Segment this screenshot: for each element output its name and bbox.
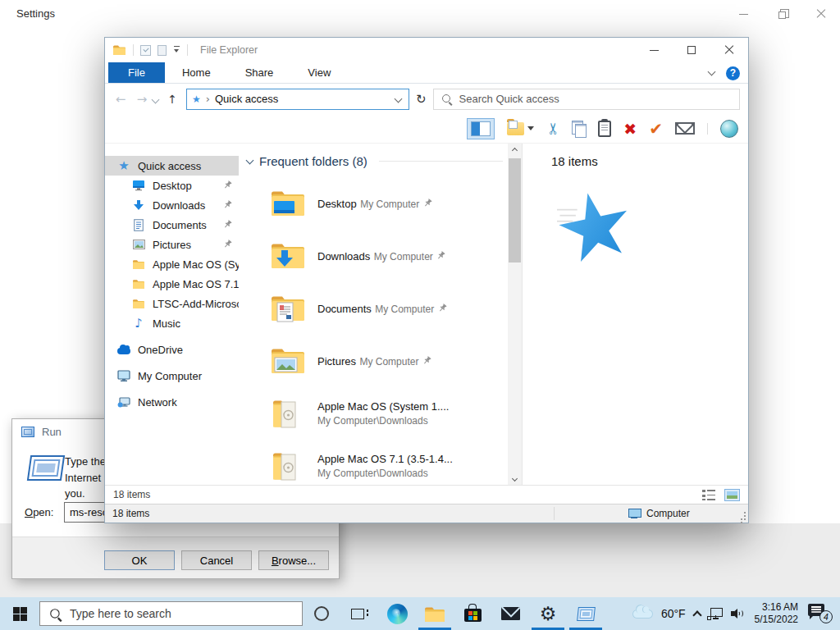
settings-restore-button[interactable] [763,0,801,28]
folder-item-pictures[interactable]: Pictures My Computer [239,335,508,387]
run-cancel-button[interactable]: Cancel [181,550,252,570]
task-view-button[interactable] [340,597,378,630]
address-dropdown-icon[interactable] [395,95,403,103]
copy-button[interactable] [572,121,586,136]
explorer-minimize-button[interactable] [635,38,673,62]
delete-button[interactable]: ✖ [623,120,637,138]
folder-item-apple-mac-os-71[interactable]: Apple Mac OS 7.1 (3.5-1.4... My Computer… [239,440,508,485]
help-button[interactable]: ? [726,66,740,80]
confirm-button[interactable]: ✔ [649,119,663,139]
back-button[interactable]: ← [113,92,128,107]
pictures-folder-icon [270,345,306,377]
refresh-button[interactable]: ↻ [416,92,427,107]
up-button[interactable]: ↑ [165,93,180,106]
weather-temperature[interactable]: 60°F [661,607,686,620]
scroll-down-arrow[interactable] [508,472,522,485]
explorer-titlebar[interactable]: File Explorer [105,38,748,62]
vertical-scrollbar[interactable] [508,144,522,485]
cut-button[interactable]: ✂ [544,122,562,135]
volume-icon[interactable] [731,607,746,620]
cortana-button[interactable] [303,597,340,630]
edge-button[interactable] [378,597,416,630]
thumbnail-view-icon[interactable] [724,489,740,501]
explorer-search-input[interactable] [459,93,732,105]
group-header-frequent-folders[interactable]: Frequent folders (8) [239,151,508,171]
file-explorer-button[interactable] [416,597,454,630]
network-tray-icon[interactable] [709,608,723,619]
folder-item-desktop[interactable]: Desktop My Computer [239,177,508,230]
folder-item-apple-mac-os[interactable]: Apple Mac OS (System 1.... My Computer\D… [239,387,508,440]
sidebar-item-pictures[interactable]: Pictures [105,235,239,254]
explorer-maximize-button[interactable] [673,38,710,62]
pin-icon [223,180,232,192]
sidebar-item-folder-1[interactable]: Apple Mac OS (Syst [105,254,239,274]
settings-button[interactable]: ⚙ [529,597,567,630]
taskbar-search-input[interactable] [70,607,292,620]
run-ok-button[interactable]: OK [104,550,175,570]
sidebar-item-desktop[interactable]: Desktop [105,176,239,195]
tray-overflow-icon[interactable] [692,610,701,619]
sidebar-item-onedrive[interactable]: OneDrive [105,340,239,359]
new-folder-button[interactable] [507,122,534,135]
sidebar-item-my-computer[interactable]: My Computer [105,366,239,386]
settings-minimize-button[interactable] [724,0,763,28]
sidebar-item-quick-access[interactable]: ★ Quick access [105,156,239,176]
recent-locations-icon[interactable] [152,96,160,104]
tab-view[interactable]: View [290,62,348,83]
address-bar-row: ← → ↑ ★ › Quick access ↻ [105,84,748,114]
internet-button[interactable] [720,120,738,138]
store-button[interactable] [454,597,491,630]
folder-item-documents[interactable]: Documents My Computer [239,282,508,335]
breadcrumb-chevron-icon[interactable]: › [206,93,210,105]
action-center-button[interactable]: 4 [808,604,833,623]
onedrive-cloud-icon [117,345,130,354]
paste-button[interactable] [598,121,611,137]
separator [133,44,134,56]
explorer-content: ★ Quick access Desktop Downloads Documen… [105,144,748,485]
settings-close-button[interactable] [801,0,840,28]
sidebar-item-network[interactable]: Network [105,392,239,412]
breadcrumb-location[interactable]: Quick access [215,93,390,105]
forward-button[interactable]: → [135,92,149,107]
mail-button[interactable] [491,597,529,630]
folder-item-downloads[interactable]: Downloads My Computer [239,230,508,282]
system-tray: 60°F 3:16 AM 5/15/2022 4 [632,601,840,626]
qat-newfolder-icon[interactable] [158,45,167,56]
search-box[interactable] [433,89,740,110]
command-toolbar: ✂ ✖ ✔ [105,114,748,144]
start-button[interactable] [0,597,39,630]
folder-location: My Computer [360,199,419,210]
sidebar-item-folder-3[interactable]: LTSC-Add-Microsof [105,294,239,313]
preview-pane-button[interactable] [467,118,495,139]
qat-customize-icon[interactable] [173,46,180,54]
weather-cloud-icon[interactable] [632,609,653,619]
taskbar-clock[interactable]: 3:16 AM 5/15/2022 [755,601,798,626]
qat-properties-icon[interactable] [140,45,151,56]
legacy-app-button[interactable] [567,597,605,630]
tab-share[interactable]: Share [228,62,291,83]
scrollbar-thumb[interactable] [509,158,521,262]
email-button[interactable] [675,122,695,135]
downloads-folder-icon [270,240,306,272]
pin-icon [223,239,232,251]
collapse-group-icon[interactable] [246,156,254,164]
scroll-up-arrow[interactable] [508,144,522,157]
ribbon-collapse-icon[interactable] [708,68,716,76]
address-bar[interactable]: ★ › Quick access [186,89,409,110]
frequent-folders-list: Desktop My Computer Downloads My Compute… [239,171,508,485]
network-icon [117,397,130,408]
run-browse-button[interactable]: Browse... [258,550,329,570]
details-view-icon[interactable] [702,490,715,500]
sidebar-item-music[interactable]: ♪ Music [105,313,239,333]
resize-grip[interactable] [737,512,746,520]
tab-home[interactable]: Home [165,62,228,83]
pin-icon [436,249,445,262]
sidebar-item-downloads[interactable]: Downloads [105,195,239,215]
sidebar-item-documents[interactable]: Documents [105,215,239,235]
tab-file[interactable]: File [108,62,165,83]
taskbar-search-box[interactable] [39,601,303,626]
classic-status-bar: 18 items Computer [105,504,748,523]
sidebar-item-folder-2[interactable]: Apple Mac OS 7.1 (3 [105,274,239,294]
explorer-close-button[interactable] [710,38,748,62]
settings-window-title: Settings [16,7,55,20]
